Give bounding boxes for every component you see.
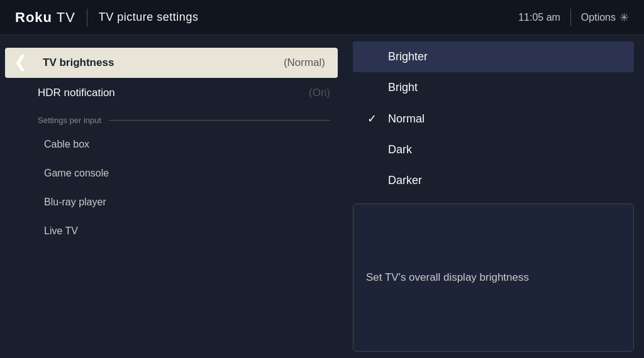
menu-item-tv-brightness[interactable]: TV brightness (Normal)	[5, 48, 338, 78]
page-title: TV picture settings	[99, 11, 199, 24]
hdr-notification-value: (On)	[309, 87, 330, 99]
bright-label: Bright	[388, 81, 418, 94]
current-time: 11:05 am	[518, 12, 560, 23]
settings-per-input-label: Settings per input	[0, 108, 343, 130]
normal-label: Normal	[388, 112, 425, 126]
settings-per-input-text: Settings per input	[38, 116, 101, 125]
bluray-player-label: Blu-ray player	[44, 197, 106, 208]
menu-item-game-console[interactable]: Game console	[0, 159, 343, 188]
brighter-label: Brighter	[388, 50, 428, 63]
tv-text: TV	[52, 9, 75, 25]
menu-item-hdr-notification[interactable]: HDR notification (On)	[0, 78, 343, 108]
app-logo: Roku TV	[15, 9, 75, 26]
option-normal[interactable]: ✓ Normal	[353, 103, 634, 134]
game-console-label: Game console	[44, 168, 109, 179]
menu-item-cable-box[interactable]: Cable box	[0, 130, 343, 159]
tv-brightness-label: TV brightness	[43, 57, 114, 69]
description-box: Set TV's overall display brightness	[353, 203, 634, 352]
header-divider	[87, 9, 87, 26]
darker-check	[365, 174, 378, 187]
option-brighter[interactable]: Brighter	[353, 41, 634, 72]
darker-label: Darker	[388, 174, 422, 187]
live-tv-label: Live TV	[44, 225, 78, 237]
back-icon: ❮	[14, 52, 28, 71]
main-content: ❮ TV brightness (Normal) HDR notificatio…	[0, 35, 644, 358]
option-dark[interactable]: Dark	[353, 134, 634, 165]
right-panel: Brighter Bright ✓ Normal Dark Darker Set…	[343, 35, 644, 358]
options-label: Options	[581, 12, 616, 23]
hdr-notification-label: HDR notification	[38, 87, 115, 99]
bright-check	[365, 81, 378, 94]
dark-check	[365, 143, 378, 156]
normal-check: ✓	[365, 112, 378, 126]
dark-label: Dark	[388, 143, 412, 156]
options-icon: ✳	[619, 11, 629, 24]
brighter-check	[365, 50, 378, 63]
roku-text: Roku	[15, 9, 52, 25]
back-button[interactable]: ❮	[6, 47, 35, 77]
options-button[interactable]: Options ✳	[581, 11, 629, 24]
header: Roku TV TV picture settings 11:05 am Opt…	[0, 0, 644, 35]
cable-box-label: Cable box	[44, 139, 89, 150]
menu-item-live-tv[interactable]: Live TV	[0, 217, 343, 246]
header-right: 11:05 am Options ✳	[518, 9, 629, 26]
left-panel: ❮ TV brightness (Normal) HDR notificatio…	[0, 35, 343, 358]
header-divider2	[570, 9, 571, 26]
menu-item-bluray-player[interactable]: Blu-ray player	[0, 188, 343, 217]
option-darker[interactable]: Darker	[353, 165, 634, 196]
description-text: Set TV's overall display brightness	[366, 269, 529, 286]
option-bright[interactable]: Bright	[353, 72, 634, 103]
tv-brightness-value: (Normal)	[284, 57, 325, 69]
